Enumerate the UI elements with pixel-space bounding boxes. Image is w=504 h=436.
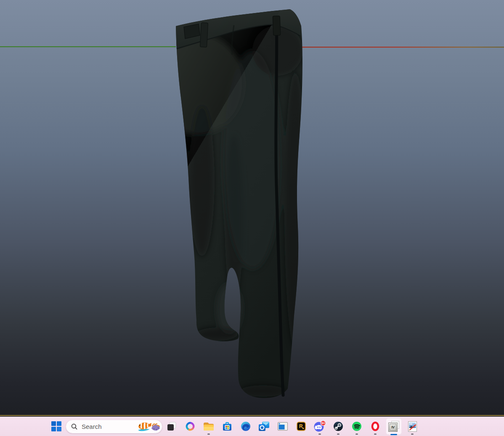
opera-icon: [370, 421, 380, 431]
task-view-button[interactable]: [162, 417, 181, 436]
task-view-icon: [167, 421, 177, 431]
active-app-button[interactable]: IV: [385, 417, 403, 436]
spotify-icon: [352, 421, 362, 431]
search-input[interactable]: [81, 423, 134, 431]
picture-manager-button[interactable]: [403, 417, 422, 436]
active-app-icon-frame: IV: [388, 423, 398, 432]
search-box[interactable]: [66, 420, 162, 433]
microsoft-store-icon: [223, 422, 232, 431]
start-button[interactable]: [47, 417, 66, 436]
running-indicator: [355, 433, 358, 435]
copilot-button[interactable]: [181, 417, 199, 436]
picture-manager-icon: [408, 421, 417, 432]
search-highlight-fish-icon: [137, 420, 161, 433]
green-axis-line: [0, 46, 176, 47]
search-icon: [71, 423, 77, 430]
file-explorer-button[interactable]: [199, 417, 218, 436]
opera-button[interactable]: [366, 417, 385, 436]
media-window-button[interactable]: [273, 417, 292, 436]
running-indicator: [318, 433, 321, 435]
ground-line: [0, 415, 504, 416]
running-indicator: [207, 433, 210, 435]
edge-button[interactable]: [236, 417, 255, 436]
running-indicator: [411, 433, 414, 435]
edge-icon: [241, 421, 251, 431]
outlook-button[interactable]: [255, 417, 273, 436]
windows-logo-icon: [51, 421, 61, 431]
pants-model[interactable]: [151, 9, 306, 398]
steam-button[interactable]: [329, 417, 347, 436]
discord-badge-count: 9+: [321, 421, 325, 425]
rockstar-star: ★: [302, 427, 305, 430]
steam-icon: [333, 421, 343, 431]
rockstar-games-button[interactable]: R ★: [292, 417, 310, 436]
rockstar-games-icon: R ★: [297, 422, 306, 431]
3d-viewport[interactable]: [0, 0, 504, 417]
active-window-indicator: [390, 434, 397, 435]
file-explorer-icon: [203, 422, 214, 431]
running-indicator: [337, 433, 340, 435]
active-app-icon: IV: [388, 421, 399, 432]
active-app-letters: IV: [391, 425, 395, 429]
running-indicator: [374, 433, 377, 435]
microsoft-store-button[interactable]: [218, 417, 236, 436]
viewport-canvas: [0, 0, 504, 417]
discord-button[interactable]: 9+: [310, 417, 329, 436]
taskbar: R ★ 9+: [0, 417, 504, 436]
media-window-icon: [278, 422, 288, 431]
copilot-icon: [185, 421, 195, 431]
discord-icon: 9+: [313, 420, 326, 432]
outlook-icon: [259, 421, 270, 431]
spotify-button[interactable]: [347, 417, 366, 436]
active-app-icon-face: IV: [390, 424, 396, 431]
